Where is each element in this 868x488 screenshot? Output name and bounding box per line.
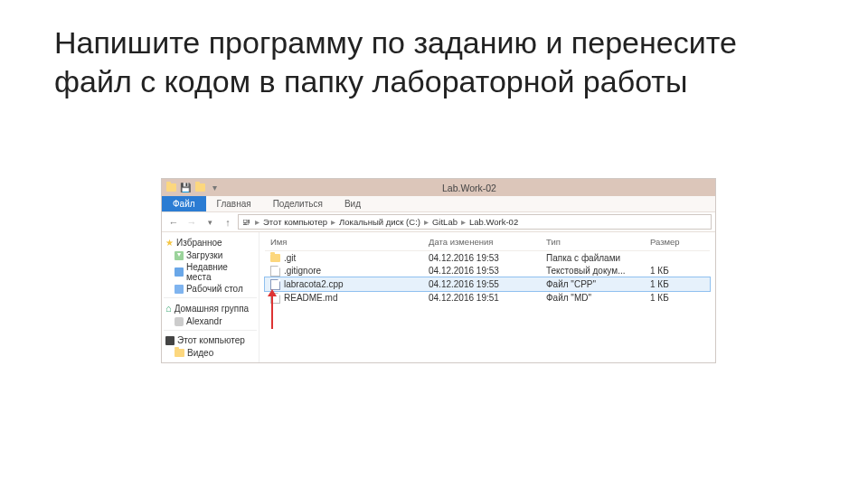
titlebar: 💾 ▾ Lab.Work-02 [162,179,715,196]
sidebar-item-label: Этот компьютер [177,335,245,345]
column-headers[interactable]: Имя Дата изменения Тип Размер [265,234,710,251]
folder-icon [175,349,184,357]
col-type[interactable]: Тип [546,237,650,247]
nav-back-icon[interactable]: ← [165,214,182,230]
breadcrumb-item[interactable]: Локальный диск (C:) [339,217,420,227]
quick-save-icon[interactable]: 💾 [180,183,191,193]
sidebar-item-label: Избранное [176,238,222,248]
breadcrumb[interactable]: 🖳 ▸ Этот компьютер ▸ Локальный диск (C:)… [238,214,712,230]
slide-title: Напишите программу по заданию и перенеси… [0,0,868,100]
breadcrumb-sep-icon: ▸ [459,217,467,227]
file-name: .gitignore [284,266,321,276]
body-area: ★Избранное Загрузки Недавние места Рабоч… [162,232,715,362]
folder-icon [270,254,280,262]
sidebar-item-label: Домашняя группа [175,304,250,314]
homegroup-icon: ⌂ [165,303,172,314]
col-date[interactable]: Дата изменения [429,237,546,247]
breadcrumb-item[interactable]: Lab.Work-02 [469,217,518,227]
breadcrumb-sep-icon: ▸ [422,217,430,227]
file-size: 1 КБ [650,279,695,289]
desktop-icon [175,285,184,294]
sidebar: ★Избранное Загрузки Недавние места Рабоч… [162,232,259,362]
file-size: 1 КБ [650,293,695,303]
col-name[interactable]: Имя [270,237,429,247]
breadcrumb-sep-icon: ▸ [253,217,261,227]
sidebar-user[interactable]: Alexandr [164,315,257,327]
download-icon [175,251,184,260]
table-row[interactable]: README.md 04.12.2016 19:51 Файл "MD" 1 К… [265,291,710,305]
file-type: Папка с файлами [546,253,650,263]
sidebar-item-label: Недавние места [186,262,255,282]
file-size: 1 КБ [650,266,695,276]
file-date: 04.12.2016 19:53 [429,266,546,276]
nav-up-icon[interactable]: ↑ [220,214,236,230]
nav-forward-icon[interactable]: → [184,214,200,230]
tab-share[interactable]: Поделиться [262,196,334,211]
titlebar-dropdown-icon[interactable]: ▾ [209,183,220,193]
col-size[interactable]: Размер [650,237,695,247]
sidebar-recent[interactable]: Недавние места [164,261,257,283]
file-date: 04.12.2016 19:55 [429,279,546,289]
titlebar-left: 💾 ▾ [162,183,223,193]
breadcrumb-item[interactable]: Этот компьютер [263,217,327,227]
sidebar-item-label: Загрузки [186,250,222,260]
file-date: 04.12.2016 19:51 [429,293,546,303]
sidebar-favorites[interactable]: ★Избранное [164,236,257,249]
pc-icon [165,336,175,345]
ribbon-tabs: Файл Главная Поделиться Вид [162,196,715,212]
window-title: Lab.Work-02 [223,183,715,193]
sidebar-thispc[interactable]: Этот компьютер [164,333,257,347]
file-list: Имя Дата изменения Тип Размер .git 04.12… [259,232,715,362]
folder-icon [165,183,176,193]
sidebar-desktop[interactable]: Рабочий стол [164,283,257,295]
file-icon [270,266,280,277]
sidebar-homegroup[interactable]: ⌂Домашняя группа [164,301,257,315]
file-name: labracota2.cpp [284,279,344,289]
tab-home[interactable]: Главная [206,196,262,211]
breadcrumb-item[interactable]: GitLab [432,217,458,227]
star-icon: ★ [165,238,174,248]
file-type: Файл "CPP" [546,279,650,289]
annotation-arrow-icon [271,295,273,329]
sidebar-item-label: Alexandr [186,316,222,326]
sidebar-videos[interactable]: Видео [164,347,257,359]
file-type: Текстовый докум... [546,266,650,276]
table-row[interactable]: labracota2.cpp 04.12.2016 19:55 Файл "CP… [265,277,710,291]
tab-view[interactable]: Вид [334,196,372,211]
sidebar-downloads[interactable]: Загрузки [164,249,257,261]
sidebar-item-label: Видео [187,348,213,358]
tab-file[interactable]: Файл [162,196,206,211]
user-icon [175,317,184,326]
nav-recent-icon[interactable]: ▾ [202,214,218,230]
explorer-window: 💾 ▾ Lab.Work-02 Файл Главная Поделиться … [161,178,716,363]
table-row[interactable]: .git 04.12.2016 19:53 Папка с файлами [265,251,710,264]
file-name: README.md [284,293,337,303]
file-type: Файл "MD" [546,293,650,303]
quick-props-icon[interactable] [194,183,205,193]
pc-icon: 🖳 [242,217,251,227]
cpp-file-icon [270,279,280,290]
nav-row: ← → ▾ ↑ 🖳 ▸ Этот компьютер ▸ Локальный д… [162,212,715,232]
file-name: .git [284,253,296,263]
table-row[interactable]: .gitignore 04.12.2016 19:53 Текстовый до… [265,264,710,277]
recent-icon [175,267,184,277]
breadcrumb-sep-icon: ▸ [329,217,337,227]
file-date: 04.12.2016 19:53 [429,253,546,263]
sidebar-item-label: Рабочий стол [186,284,243,294]
